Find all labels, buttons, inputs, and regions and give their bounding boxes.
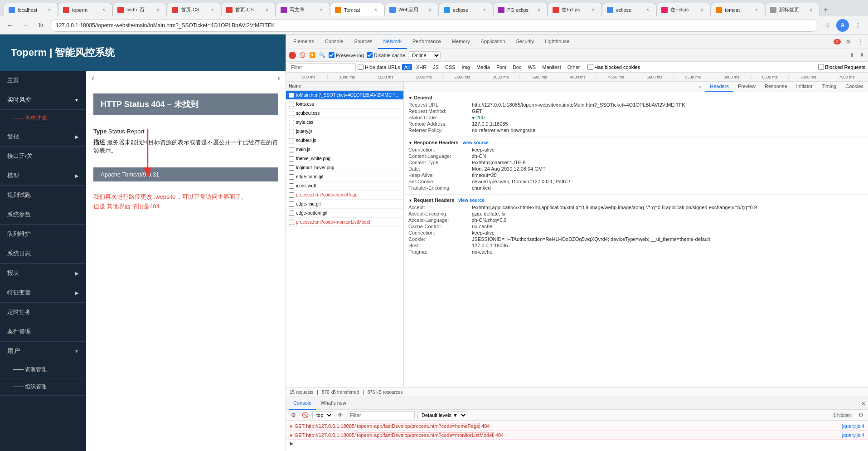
network-item-checkbox[interactable] (289, 102, 294, 107)
filter-media[interactable]: Media (474, 64, 492, 70)
tab-tomcat2[interactable]: tomcat × (711, 3, 765, 16)
tab-close[interactable]: × (318, 6, 325, 14)
filter-manifest[interactable]: Manifest (540, 64, 563, 70)
request-headers-title[interactable]: Request Headers view source (408, 197, 863, 203)
sidebar-item-model[interactable]: 模型 ▶ (0, 166, 86, 186)
reload-button[interactable]: ↻ (34, 19, 47, 32)
devtools-tab-performance[interactable]: Performance (407, 34, 446, 49)
devtools-tab-application[interactable]: Application (475, 34, 511, 49)
console-close-button[interactable]: × (862, 400, 865, 407)
record-button[interactable] (289, 52, 296, 59)
forward-button[interactable]: → (19, 19, 32, 32)
filter-ws[interactable]: WS (525, 64, 538, 70)
network-item-checkbox[interactable] (289, 129, 294, 134)
detail-tab-headers[interactable]: Headers (705, 82, 733, 92)
network-item-jquery-js[interactable]: jquery.js (286, 127, 403, 136)
network-item-process-homepage[interactable]: process.htm?code=homePage (286, 191, 403, 200)
url-field[interactable]: 127.0.0.1:18085/toperm-website/main/toMa… (50, 19, 818, 32)
sidebar-sub-item-org[interactable]: —— 组织管理 (0, 378, 86, 396)
filter-js[interactable]: JS (431, 64, 441, 70)
network-item-checkbox[interactable] (289, 192, 294, 198)
detail-tab-response[interactable]: Response (760, 82, 792, 92)
tab-csdn[interactable]: csdn_百 × (112, 3, 167, 16)
profile-avatar[interactable]: A (836, 19, 849, 32)
close-detail-button[interactable]: × (695, 82, 705, 91)
search-icon[interactable]: 🔍 (319, 52, 326, 59)
next-arrow-btn[interactable]: › (277, 74, 280, 83)
console-gear-icon[interactable]: ⚙ (856, 411, 865, 420)
sidebar-item-realtime[interactable]: 实时风控 ▼ (0, 90, 86, 110)
settings-button[interactable]: ⋮ (852, 19, 864, 32)
settings-icon[interactable]: ⚙ (843, 36, 853, 47)
eye-icon[interactable]: 👁 (336, 411, 345, 420)
log-level-select[interactable]: Default levels ▼ (417, 411, 467, 419)
network-item-checkbox[interactable] (289, 174, 294, 180)
network-item-checkbox[interactable] (289, 220, 294, 225)
tab-eclipse2[interactable]: PO eclips × (493, 3, 548, 16)
tab-close[interactable]: × (427, 6, 434, 14)
upload-icon[interactable]: ⬆ (848, 52, 855, 59)
tab-baidu2[interactable]: 首页-CS × (221, 3, 276, 16)
sidebar-item-syslog[interactable]: 系统日志 (0, 244, 86, 264)
tab-close[interactable]: × (100, 6, 107, 14)
network-item-checkbox[interactable] (289, 211, 294, 216)
network-item-scubeui-js[interactable]: scubeui.js (286, 136, 403, 145)
filter-xhr[interactable]: XHR (414, 64, 429, 70)
network-item-checkbox[interactable] (289, 120, 294, 125)
disable-cache-checkbox[interactable]: Disable cache (367, 52, 405, 58)
filter-doc[interactable]: Doc (510, 64, 524, 70)
new-tab-button[interactable]: + (820, 4, 832, 16)
filter-img[interactable]: Img (460, 64, 472, 70)
tab-close[interactable]: × (481, 6, 488, 14)
hide-data-urls-checkbox[interactable]: Hide data URLs (358, 64, 400, 70)
console-filter-input[interactable] (348, 411, 415, 419)
network-item-checkbox[interactable] (289, 111, 294, 116)
tab-close[interactable]: × (263, 6, 271, 14)
tab-toperm1[interactable]: toperm × (58, 3, 112, 16)
throttling-select[interactable]: Online Slow 3G Fast 3G Offline (408, 51, 441, 59)
devtools-tab-security[interactable]: Security (510, 34, 539, 49)
network-item-checkbox[interactable] (289, 165, 294, 171)
sidebar-sub-item-resource[interactable]: —— 资源管理 (0, 361, 86, 378)
bookmark-star[interactable]: ☆ (821, 19, 834, 32)
devtools-tab-console[interactable]: Console (320, 34, 349, 49)
network-item-checkbox[interactable] (289, 93, 294, 98)
network-item-checkbox[interactable] (289, 147, 294, 152)
network-item-main[interactable]: toMain.htm?_SSOTicket=4O1OPLBbAVI2VtMEIT… (286, 91, 403, 100)
network-item-scubeui-css[interactable]: scubeui.css (286, 109, 403, 118)
filter-input[interactable] (289, 63, 356, 71)
filter-other[interactable]: Other (565, 64, 582, 70)
console-settings-icon[interactable]: ⚙ (289, 411, 298, 420)
sidebar-item-alert[interactable]: 警报 ▶ (0, 127, 86, 147)
detail-tab-initiator[interactable]: Initiator (792, 82, 817, 92)
more-options-icon[interactable]: ⋮ (855, 36, 866, 47)
whats-new-tab-button[interactable]: What's new (316, 397, 351, 410)
sidebar-item-rules[interactable]: 规则试跑 (0, 186, 86, 205)
console-tab-button[interactable]: Console (289, 397, 316, 410)
network-item-main-js[interactable]: main.js (286, 145, 403, 154)
detail-tab-cookies[interactable]: Cookies (841, 82, 868, 92)
tab-close[interactable]: × (753, 6, 760, 14)
tab-write[interactable]: 写文章 × (276, 3, 330, 16)
tab-close[interactable]: × (807, 6, 815, 14)
devtools-tab-network[interactable]: Network (378, 34, 407, 49)
devtools-tab-sources[interactable]: Sources (349, 34, 378, 49)
tab-close[interactable]: × (372, 6, 379, 14)
devtools-tab-lighthouse[interactable]: Lighthouse (539, 34, 575, 49)
tab-baidu1[interactable]: 首页-CS × (167, 3, 221, 16)
sidebar-item-home[interactable]: 主页 (0, 71, 86, 90)
filter-icon[interactable]: 🔽 (309, 52, 316, 59)
tab-tomcat-active[interactable]: Tomcat × (330, 3, 384, 16)
tab-close[interactable]: × (209, 6, 216, 14)
network-item-icons-woff[interactable]: icons.woff (286, 181, 403, 191)
tab-eclipse5[interactable]: 在Eclips × (656, 3, 711, 16)
filter-font[interactable]: Font (494, 64, 509, 70)
preserve-log-checkbox[interactable]: Preserve log (329, 52, 364, 58)
tab-close[interactable]: × (590, 6, 597, 14)
tab-localhost[interactable]: localhost × (4, 3, 58, 16)
sidebar-item-feature[interactable]: 特征变量 ▶ (0, 283, 86, 303)
download-icon[interactable]: ⬇ (858, 52, 865, 59)
tab-newtab[interactable]: 新标签页 × (765, 3, 820, 16)
back-button[interactable]: ← (4, 19, 16, 32)
context-select[interactable]: top (312, 411, 333, 419)
